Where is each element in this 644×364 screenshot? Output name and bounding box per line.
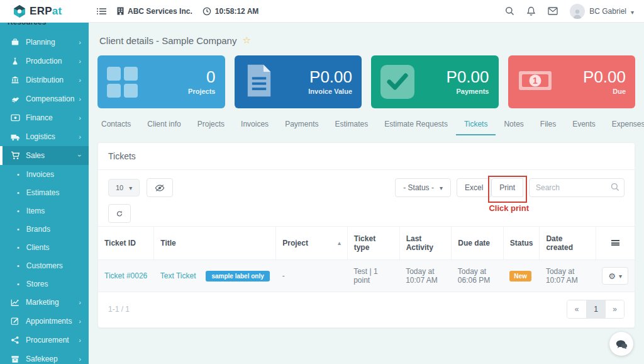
tab-expenses[interactable]: Expenses [604,120,644,135]
sidebar-item-marketing[interactable]: Marketing [0,293,89,312]
tab-tickets[interactable]: Tickets [456,120,496,135]
tab-estimate-requests[interactable]: Estimate Requests [376,120,456,135]
stat-cards: 0 Projects P0.00 Invoice Value [97,55,635,108]
favorite-star-icon[interactable] [242,35,250,46]
col-status[interactable]: Status [503,227,540,260]
company-selector[interactable]: ABC Services Inc. [117,7,192,16]
tickets-panel: Tickets 10 [97,142,635,328]
search-icon [611,183,619,194]
toggle-columns-button[interactable] [147,178,173,197]
stat-card-payments: P0.00 Payments [371,55,499,108]
share-nodes-icon [10,336,20,344]
sidebar-subitem-stores[interactable]: Stores [0,275,89,293]
col-last-activity[interactable]: Last Activity [399,227,452,260]
chevron-down-icon [440,183,443,192]
sidebar-item-finance[interactable]: Finance [0,108,89,127]
search-icon[interactable] [505,6,514,16]
sidebar-subitem-customers[interactable]: Customers [0,256,89,275]
sidebar-item-logistics[interactable]: Logistics [0,127,89,146]
sidebar-item-production[interactable]: Production [0,52,89,71]
tab-invoices[interactable]: Invoices [233,120,277,135]
money-bill-icon: 1 [518,69,553,94]
gear-icon [608,271,616,281]
sidebar-subitem-items[interactable]: Items [0,202,89,220]
sidebar-item-planning[interactable]: Planning [0,33,89,52]
bell-icon[interactable] [526,6,536,16]
excel-export-button[interactable]: Excel [457,178,491,197]
tab-client-info[interactable]: Client info [139,120,189,135]
app-window: ERPat ABC Services [0,0,644,364]
sidebar-item-compensation[interactable]: Compensation [0,89,89,108]
chat-bubbles-icon [615,339,628,350]
print-button[interactable]: Print [491,178,523,197]
main-content: Client details - Sample Company 0 Projec… [89,23,644,364]
document-icon [244,63,274,101]
page-number-button[interactable]: 1 [586,300,605,318]
ticket-project: - [276,260,347,292]
tab-notes[interactable]: Notes [496,120,531,135]
logo-text: ERPat [30,5,62,18]
sidebar-item-sales[interactable]: Sales [0,146,89,165]
payments-value: P0.00 [447,69,489,86]
sidebar-item-distribution[interactable]: Distribution [0,71,89,89]
ticket-id-link[interactable]: Ticket #0026 [104,271,147,280]
column-settings-header[interactable] [596,227,635,260]
tab-contacts[interactable]: Contacts [97,120,139,135]
col-ticket-type[interactable]: Ticket type [347,227,399,260]
ticket-label-badge: sample label only [206,271,269,282]
col-ticket-id[interactable]: Ticket ID [98,227,154,260]
chevron-right-icon [79,298,81,307]
col-due-date[interactable]: Due date [452,227,503,260]
tab-payments[interactable]: Payments [277,120,326,135]
sidebar-item-procurement[interactable]: Procurement [0,331,89,350]
money-icon [10,114,20,122]
row-actions-button[interactable] [602,267,628,285]
col-date-created[interactable]: Date created [540,227,596,260]
pagination: « 1 » [567,300,625,319]
col-title[interactable]: Title [154,227,276,260]
sidebar-item-safekeep[interactable]: Safekeep [0,350,89,364]
chart-line-icon [10,298,20,307]
ticket-title-link[interactable]: Text Ticket [160,271,196,280]
sidebar-item-appointments[interactable]: Appointments [0,312,89,331]
panel-title: Tickets [98,143,635,170]
tab-estimates[interactable]: Estimates [326,120,376,135]
prev-page-button[interactable]: « [567,300,586,318]
page-size-select[interactable]: 10 [108,179,140,196]
chevron-down-icon [75,154,84,157]
annotation-text: Click print [489,203,529,213]
chevron-right-icon [79,132,81,141]
sidebar-subitem-invoices[interactable]: Invoices [0,165,89,183]
user-menu[interactable]: BC Gabriel [570,4,634,19]
list-toggle-icon[interactable] [96,7,107,16]
chevron-right-icon [79,113,81,122]
tickets-table: Ticket ID Title Project Ticket type Last… [98,226,635,292]
chat-fab-button[interactable] [609,332,633,356]
projects-value: 0 [188,69,215,86]
page-title: Client details - Sample Company [99,35,635,46]
logo[interactable]: ERPat [0,4,89,18]
sidebar-clipped-item: Resources [0,23,89,28]
status-filter-dropdown[interactable]: - Status - [395,178,451,197]
tab-projects[interactable]: Projects [189,120,233,135]
check-icon [380,65,414,99]
sidebar-subitem-clients[interactable]: Clients [0,238,89,256]
results-range: 1-1 / 1 [108,305,130,314]
col-project[interactable]: Project [276,227,347,260]
flask-icon [10,57,20,65]
chevron-right-icon [79,336,81,344]
tab-events[interactable]: Events [564,120,604,135]
table-controls: 10 [98,170,635,225]
ticket-type: Test | 1 point [347,260,399,292]
user-name: BC Gabriel [589,7,626,16]
archive-box-icon [10,355,20,363]
envelope-icon[interactable] [548,7,558,15]
company-name: ABC Services Inc. [128,7,192,16]
sidebar-subitem-brands[interactable]: Brands [0,220,89,238]
chevron-right-icon [79,355,81,363]
next-page-button[interactable]: » [605,300,624,318]
refresh-button[interactable] [108,204,131,223]
tab-files[interactable]: Files [532,120,564,135]
stat-card-projects: 0 Projects [97,55,225,108]
sidebar-subitem-estimates[interactable]: Estimates [0,183,89,202]
